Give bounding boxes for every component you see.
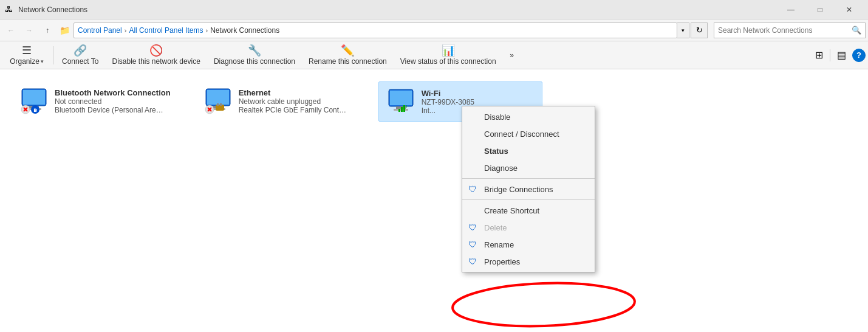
ethernet-status: Network cable unplugged: [239, 97, 348, 106]
toolbar: ☰ Organize ▾ 🔗 Connect To 🚫 Disable this…: [0, 41, 868, 69]
ctx-disable[interactable]: Disable: [462, 108, 595, 125]
red-circle-annotation: [446, 279, 641, 331]
title-bar-text: Network Connections: [18, 5, 777, 14]
breadcrumb: Control Panel › All Control Panel Items …: [73, 22, 677, 38]
computer-svg-ethernet: [203, 86, 233, 116]
wifi-name: Wi-Fi: [422, 89, 474, 98]
toolbar-right: ⊞ ▤ ?: [810, 47, 866, 64]
organize-icon: ☰: [22, 45, 32, 56]
breadcrumb-dropdown[interactable]: ▾: [677, 22, 689, 38]
network-item-bluetooth[interactable]: ʙ Bluetooth Network Connection Not conne…: [12, 81, 178, 120]
rename-button[interactable]: ✏️ Rename this connection: [302, 43, 394, 68]
organize-button[interactable]: ☰ Organize ▾: [2, 43, 51, 68]
svg-point-27: [452, 280, 635, 329]
connect-to-button[interactable]: 🔗 Connect To: [55, 43, 106, 68]
ctx-rename[interactable]: 🛡 Rename: [462, 236, 595, 253]
address-bar: ← → ↑ 📁 Control Panel › All Control Pane…: [0, 19, 868, 41]
window-controls: — □ ✕: [777, 1, 863, 19]
svg-rect-20: [390, 91, 412, 105]
app-icon: 🖧: [5, 5, 15, 15]
ethernet-name: Ethernet: [239, 88, 348, 97]
bluetooth-name: Bluetooth Network Connection: [55, 88, 171, 97]
bluetooth-icon-wrap: ʙ: [19, 86, 49, 116]
ctx-status[interactable]: Status: [462, 142, 595, 159]
svg-rect-26: [406, 105, 407, 108]
computer-svg-bluetooth: ʙ: [19, 86, 49, 116]
more-button[interactable]: »: [503, 43, 521, 68]
search-icon: 🔍: [852, 26, 861, 35]
shield-icon-rename: 🛡: [468, 240, 477, 249]
shield-icon-delete: 🛡: [468, 223, 477, 232]
ethernet-detail: Realtek PCIe GbE Family Controller: [239, 106, 348, 114]
breadcrumb-current: Network Connections: [210, 26, 279, 35]
folder-icon: 📁: [60, 26, 70, 35]
refresh-button[interactable]: ↻: [691, 22, 708, 38]
bluetooth-info: Bluetooth Network Connection Not connect…: [55, 88, 171, 114]
breadcrumb-control-panel[interactable]: Control Panel: [78, 26, 122, 35]
connect-icon: 🔗: [73, 45, 87, 56]
wifi-icon-wrap: [386, 87, 415, 116]
ctx-delete[interactable]: 🛡 Delete: [462, 219, 595, 236]
wifi-status: NZT-99DX-3085: [422, 98, 474, 106]
main-content: ʙ Bluetooth Network Connection Not conne…: [0, 69, 868, 332]
toolbar-sep-2: [830, 49, 830, 61]
back-button[interactable]: ←: [2, 22, 19, 39]
search-box: 🔍: [714, 22, 866, 38]
diagnose-icon: 🔧: [248, 45, 261, 56]
search-input[interactable]: [718, 26, 849, 35]
close-button[interactable]: ✕: [835, 1, 863, 19]
ctx-properties[interactable]: 🛡 Properties: [462, 253, 595, 270]
bluetooth-detail: Bluetooth Device (Personal Area ...: [55, 106, 164, 114]
forward-button[interactable]: →: [21, 22, 38, 39]
svg-rect-10: [207, 90, 229, 105]
view-type-button-2[interactable]: ▤: [833, 47, 850, 64]
svg-rect-17: [217, 103, 219, 106]
network-item-ethernet[interactable]: Ethernet Network cable unplugged Realtek…: [196, 81, 360, 120]
computer-svg-wifi: [386, 87, 415, 116]
ctx-sep-1: [462, 178, 595, 179]
title-bar: 🖧 Network Connections — □ ✕: [0, 0, 868, 19]
minimize-button[interactable]: —: [777, 1, 805, 19]
svg-rect-23: [398, 109, 400, 112]
help-button[interactable]: ?: [852, 49, 866, 62]
toolbar-separator-1: [53, 46, 53, 64]
up-button[interactable]: ↑: [39, 22, 56, 39]
rename-icon: ✏️: [341, 45, 354, 56]
breadcrumb-all-items[interactable]: All Control Panel Items: [129, 26, 203, 35]
shield-icon-properties: 🛡: [468, 257, 477, 266]
ctx-bridge-connections[interactable]: 🛡 Bridge Connections: [462, 181, 595, 198]
svg-text:ʙ: ʙ: [33, 106, 37, 113]
shield-icon-bridge: 🛡: [468, 184, 477, 194]
status-icon: 📊: [442, 45, 455, 56]
context-menu: Disable Connect / Disconnect Status Diag…: [462, 106, 595, 272]
ethernet-info: Ethernet Network cable unplugged Realtek…: [239, 88, 348, 114]
ctx-diagnose[interactable]: Diagnose: [462, 159, 595, 176]
view-type-button-1[interactable]: ⊞: [810, 47, 827, 64]
bluetooth-status: Not connected: [55, 97, 171, 106]
ctx-connect-disconnect[interactable]: Connect / Disconnect: [462, 125, 595, 142]
diagnose-button[interactable]: 🔧 Diagnose this connection: [207, 43, 302, 68]
ethernet-icon-wrap: [203, 86, 233, 116]
maximize-button[interactable]: □: [806, 1, 834, 19]
ctx-create-shortcut[interactable]: Create Shortcut: [462, 202, 595, 219]
svg-rect-18: [220, 103, 222, 106]
svg-rect-1: [23, 90, 45, 105]
disable-icon: 🚫: [149, 45, 163, 56]
ctx-sep-2: [462, 199, 595, 200]
svg-rect-25: [403, 105, 405, 112]
view-status-button[interactable]: 📊 View status of this connection: [394, 43, 503, 68]
svg-rect-24: [401, 107, 403, 112]
disable-button[interactable]: 🚫 Disable this network device: [106, 43, 207, 68]
